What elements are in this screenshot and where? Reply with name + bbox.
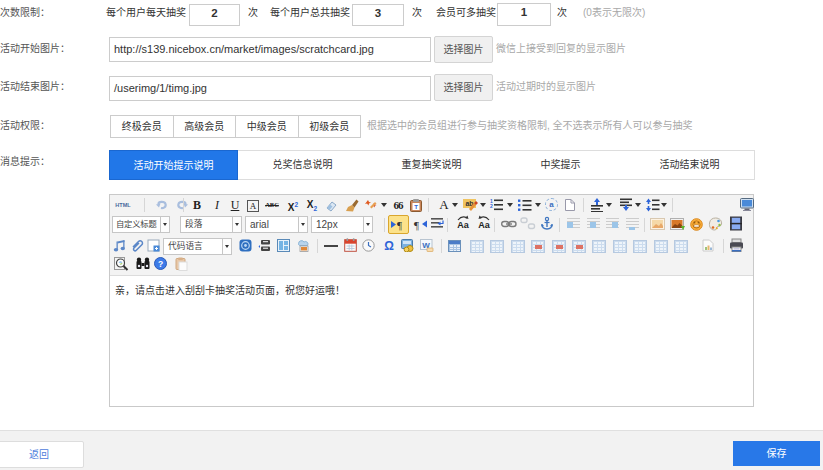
svg-text:T: T bbox=[414, 204, 418, 210]
svg-text:?: ? bbox=[158, 259, 163, 269]
svg-text:¶: ¶ bbox=[414, 219, 419, 231]
svg-text:¶: ¶ bbox=[397, 219, 402, 231]
svg-text:2: 2 bbox=[490, 203, 493, 209]
